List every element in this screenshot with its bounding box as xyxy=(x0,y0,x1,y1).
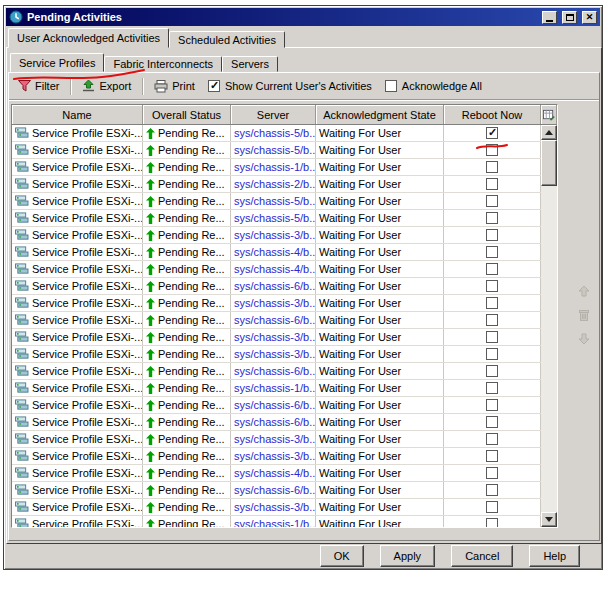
move-down-button[interactable] xyxy=(576,331,592,347)
reboot-now-checkbox[interactable] xyxy=(486,467,498,479)
reboot-now-checkbox[interactable] xyxy=(486,178,498,190)
table-row[interactable]: Service Profile ESXi-... Pending Re... s… xyxy=(12,244,541,261)
server-link[interactable]: sys/chassis-3/b... xyxy=(234,433,316,445)
table-row[interactable]: Service Profile ESXi-... Pending Re... s… xyxy=(12,295,541,312)
move-up-button[interactable] xyxy=(576,283,592,299)
reboot-now-checkbox[interactable] xyxy=(486,348,498,360)
server-link[interactable]: sys/chassis-1/b... xyxy=(234,382,316,394)
reboot-now-checkbox[interactable] xyxy=(486,331,498,343)
server-link[interactable]: sys/chassis-3/b... xyxy=(234,297,316,309)
reboot-now-checkbox[interactable] xyxy=(486,144,498,156)
server-link[interactable]: sys/chassis-3/b... xyxy=(234,501,316,513)
close-button[interactable]: ✕ xyxy=(582,11,597,24)
reboot-now-checkbox[interactable] xyxy=(486,212,498,224)
reboot-now-checkbox[interactable] xyxy=(486,229,498,241)
table-row[interactable]: Service Profile ESXi-... Pending Re... s… xyxy=(12,193,541,210)
table-row[interactable]: Service Profile ESXi-... Pending Re... s… xyxy=(12,346,541,363)
table-row[interactable]: Service Profile ESXi-... Pending Re... s… xyxy=(12,380,541,397)
column-header-reboot-now[interactable]: Reboot Now xyxy=(444,105,541,124)
acknowledge-all-checkbox[interactable] xyxy=(385,80,397,92)
table-row[interactable]: Service Profile ESXi-... Pending Re... s… xyxy=(12,414,541,431)
server-link[interactable]: sys/chassis-4/b... xyxy=(234,467,316,479)
ok-button[interactable]: OK xyxy=(320,545,364,567)
server-link[interactable]: sys/chassis-3/b... xyxy=(234,229,316,241)
reboot-now-checkbox[interactable] xyxy=(486,314,498,326)
reboot-now-checkbox[interactable] xyxy=(486,263,498,275)
scroll-down-button[interactable] xyxy=(541,512,557,527)
filter-button[interactable]: Filter xyxy=(14,78,63,94)
reboot-now-checkbox[interactable] xyxy=(486,433,498,445)
scrollbar-thumb[interactable] xyxy=(541,140,557,186)
tab-servers[interactable]: Servers xyxy=(222,56,278,72)
server-link[interactable]: sys/chassis-5/b... xyxy=(234,127,316,139)
table-row[interactable]: Service Profile ESXi-... Pending Re... s… xyxy=(12,465,541,482)
tab-fabric-interconnects[interactable]: Fabric Interconnects xyxy=(104,56,222,72)
server-link[interactable]: sys/chassis-4/b... xyxy=(234,263,316,275)
server-link[interactable]: sys/chassis-1/b... xyxy=(234,518,316,527)
show-current-users-activities-checkbox[interactable] xyxy=(208,80,220,92)
tab-user-acknowledged-activities[interactable]: User Acknowledged Activities xyxy=(8,28,169,48)
scroll-up-button[interactable] xyxy=(541,125,557,140)
table-row[interactable]: Service Profile ESXi-... Pending Re... s… xyxy=(12,261,541,278)
reboot-now-checkbox[interactable] xyxy=(486,195,498,207)
server-link[interactable]: sys/chassis-5/b... xyxy=(234,144,316,156)
table-row[interactable]: Service Profile ESXi-... Pending Re... s… xyxy=(12,159,541,176)
server-link[interactable]: sys/chassis-3/b... xyxy=(234,348,316,360)
minimize-button[interactable] xyxy=(542,11,557,24)
delete-button[interactable] xyxy=(576,307,592,323)
table-row[interactable]: Service Profile ESXi-... Pending Re... s… xyxy=(12,482,541,499)
server-link[interactable]: sys/chassis-6/b... xyxy=(234,314,316,326)
server-link[interactable]: sys/chassis-5/b... xyxy=(234,212,316,224)
acknowledge-all-checkbox-group[interactable]: Acknowledge All xyxy=(381,80,486,92)
server-link[interactable]: sys/chassis-6/b... xyxy=(234,484,316,496)
reboot-now-checkbox[interactable] xyxy=(486,297,498,309)
table-customize-button[interactable] xyxy=(541,105,557,124)
reboot-now-checkbox[interactable] xyxy=(486,416,498,428)
table-row[interactable]: Service Profile ESXi-... Pending Re... s… xyxy=(12,516,541,527)
server-link[interactable]: sys/chassis-2/b... xyxy=(234,178,316,190)
reboot-now-checkbox[interactable] xyxy=(486,280,498,292)
tab-scheduled-activities[interactable]: Scheduled Activities xyxy=(169,31,285,48)
reboot-now-checkbox[interactable] xyxy=(486,127,498,139)
server-link[interactable]: sys/chassis-3/b... xyxy=(234,450,316,462)
cancel-button[interactable]: Cancel xyxy=(451,545,513,567)
server-link[interactable]: sys/chassis-3/b... xyxy=(234,331,316,343)
column-header-server[interactable]: Server xyxy=(231,105,316,124)
table-row[interactable]: Service Profile ESXi-... Pending Re... s… xyxy=(12,499,541,516)
title-bar[interactable]: Pending Activities ✕ xyxy=(6,8,600,26)
reboot-now-checkbox[interactable] xyxy=(486,450,498,462)
reboot-now-checkbox[interactable] xyxy=(486,246,498,258)
server-link[interactable]: sys/chassis-5/b... xyxy=(234,195,316,207)
reboot-now-checkbox[interactable] xyxy=(486,484,498,496)
server-link[interactable]: sys/chassis-6/b... xyxy=(234,399,316,411)
table-row[interactable]: Service Profile ESXi-... Pending Re... s… xyxy=(12,278,541,295)
vertical-scrollbar[interactable] xyxy=(541,125,557,527)
print-button[interactable]: Print xyxy=(150,78,199,95)
reboot-now-checkbox[interactable] xyxy=(486,518,498,527)
reboot-now-checkbox[interactable] xyxy=(486,501,498,513)
apply-button[interactable]: Apply xyxy=(380,545,436,567)
server-link[interactable]: sys/chassis-6/b... xyxy=(234,365,316,377)
reboot-now-checkbox[interactable] xyxy=(486,365,498,377)
table-row[interactable]: Service Profile ESXi-... Pending Re... s… xyxy=(12,227,541,244)
server-link[interactable]: sys/chassis-6/b... xyxy=(234,416,316,428)
table-row[interactable]: Service Profile ESXi-... Pending Re... s… xyxy=(12,210,541,227)
table-row[interactable]: Service Profile ESXi-... Pending Re... s… xyxy=(12,448,541,465)
reboot-now-checkbox[interactable] xyxy=(486,382,498,394)
export-button[interactable]: Export xyxy=(78,78,135,94)
server-link[interactable]: sys/chassis-6/b... xyxy=(234,280,316,292)
table-row[interactable]: Service Profile ESXi-... Pending Re... s… xyxy=(12,431,541,448)
maximize-button[interactable] xyxy=(562,11,577,24)
table-row[interactable]: Service Profile ESXi-... Pending Re... s… xyxy=(12,142,541,159)
column-header-acknowledgment-state[interactable]: Acknowledgment State xyxy=(316,105,444,124)
server-link[interactable]: sys/chassis-4/b... xyxy=(234,246,316,258)
table-row[interactable]: Service Profile ESXi-... Pending Re... s… xyxy=(12,397,541,414)
reboot-now-checkbox[interactable] xyxy=(486,399,498,411)
reboot-now-checkbox[interactable] xyxy=(486,161,498,173)
table-row[interactable]: Service Profile ESXi-... Pending Re... s… xyxy=(12,329,541,346)
table-row[interactable]: Service Profile ESXi-... Pending Re... s… xyxy=(12,312,541,329)
tab-service-profiles[interactable]: Service Profiles xyxy=(10,53,104,72)
column-header-overall-status[interactable]: Overall Status xyxy=(143,105,231,124)
show-current-users-activities-checkbox-group[interactable]: Show Current User's Activities xyxy=(204,80,376,92)
server-link[interactable]: sys/chassis-1/b... xyxy=(234,161,316,173)
